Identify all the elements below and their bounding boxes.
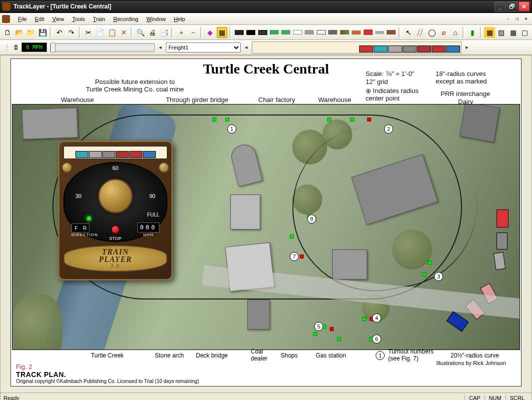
car-line-icon[interactable] (374, 27, 385, 38)
car-black-icon[interactable] (234, 27, 244, 38)
switch-node[interactable] (212, 118, 216, 122)
select-tool[interactable]: ↖ (403, 27, 414, 38)
stop-button[interactable] (111, 225, 120, 234)
print-button[interactable]: 🖨 (147, 27, 158, 38)
label-prr: PRR interchange (441, 90, 490, 98)
view1-button[interactable]: ▦ (484, 27, 495, 38)
car-red-icon[interactable] (363, 27, 373, 38)
delete-button[interactable]: ✕ (118, 27, 129, 38)
menu-file[interactable]: File (14, 15, 31, 23)
switch-node[interactable] (327, 118, 331, 122)
car-mix-icon[interactable] (339, 27, 350, 38)
view2-button[interactable]: ▨ (496, 27, 507, 38)
grid-button[interactable]: ▦ (508, 27, 518, 38)
building-dairy (459, 104, 500, 142)
menu-window[interactable]: Window (142, 15, 170, 23)
menu-train[interactable]: Train (89, 15, 109, 23)
notes-button[interactable]: ▦ (217, 27, 227, 38)
turnout-3: 3 (434, 272, 443, 281)
undo-button[interactable]: ↶ (54, 27, 65, 38)
remove-button[interactable]: − (188, 27, 198, 38)
menu-recording[interactable]: Recording (109, 15, 142, 23)
switch-node[interactable] (290, 234, 294, 238)
menu-help[interactable]: Help (170, 15, 189, 23)
switch-node[interactable] (362, 317, 366, 321)
train-car[interactable] (497, 232, 508, 250)
train-select[interactable]: Freight1 (166, 42, 241, 52)
switch-node[interactable] (225, 118, 229, 122)
throttle-slider[interactable] (50, 43, 155, 52)
cp-car (143, 151, 156, 158)
menu-edit[interactable]: Edit (31, 15, 48, 23)
print-preview-button[interactable]: 🔍 (135, 27, 146, 38)
consist-car (417, 46, 431, 52)
switch-node[interactable] (330, 327, 334, 331)
mdi-restore-button[interactable]: ❐ (513, 16, 521, 22)
train-prev-button[interactable]: ◂ (158, 44, 163, 50)
erase-tool[interactable]: ⌀ (438, 27, 449, 38)
open-button[interactable]: 📂 (13, 27, 24, 38)
train-car[interactable] (494, 252, 506, 270)
brand-name: TRAIN PLAYER (99, 248, 132, 263)
label-chair: Chair factory (258, 96, 295, 104)
car-orange-icon[interactable] (351, 27, 361, 38)
minimize-button[interactable]: _ (495, 2, 506, 12)
control-panel[interactable]: 30 60 90 FULL STOP F R DIRECTION 000 MPH… (58, 140, 173, 280)
viewport[interactable]: Turtle Creek Central Possible future ext… (0, 55, 532, 400)
throttle-knob[interactable] (98, 178, 133, 214)
redo-button[interactable]: ↷ (66, 27, 76, 38)
car-dark-icon[interactable] (257, 27, 268, 38)
track-tool[interactable]: ⧸⧸ (415, 27, 425, 38)
switch-node[interactable] (422, 272, 426, 276)
direction-switch[interactable]: F R (71, 224, 89, 232)
car-green2-icon[interactable] (281, 27, 291, 38)
cp-button-right[interactable] (158, 162, 169, 173)
car-white-icon[interactable] (292, 27, 303, 38)
copy-button[interactable]: 📄 (95, 27, 105, 38)
car-gray-icon[interactable] (304, 27, 315, 38)
car-outline-icon[interactable] (316, 27, 326, 38)
building-tool[interactable]: ⌂ (450, 27, 461, 38)
consist-prev-button[interactable]: ◂ (244, 44, 249, 50)
status-scrl: SCRL (506, 395, 529, 400)
switch-node[interactable] (300, 254, 304, 258)
toolbar-main: 🗋 📂 📁 💾 ↶ ↷ ✂ 📄 📋 ✕ 🔍 🖨 📑 + − ◆ ▦ ↖ ⧸⧸ ◯… (0, 25, 532, 40)
status-ready: Ready (3, 395, 19, 400)
mdi-close-button[interactable]: × (522, 16, 530, 22)
car-green-icon[interactable] (269, 27, 279, 38)
book-button[interactable]: ◆ (205, 27, 215, 38)
switch-node[interactable] (313, 332, 317, 336)
slider-thumb[interactable] (50, 42, 55, 52)
train-car[interactable] (447, 311, 469, 332)
car-brown-icon[interactable] (386, 27, 397, 38)
properties-button[interactable]: 📑 (159, 27, 169, 38)
mph-label: MPH (137, 232, 159, 237)
tree (12, 294, 62, 350)
add-button[interactable]: + (176, 27, 186, 38)
scale-full: FULL (147, 212, 159, 218)
new-button[interactable]: 🗋 (2, 27, 12, 38)
consist-next-button[interactable]: ▸ (465, 44, 470, 50)
switch-node[interactable] (428, 260, 432, 264)
switch-node[interactable] (367, 118, 371, 122)
save-button[interactable]: 💾 (37, 27, 47, 38)
menu-view[interactable]: View (48, 15, 68, 23)
switch-node[interactable] (350, 118, 354, 122)
train-car[interactable] (497, 210, 509, 228)
car-darkgray-icon[interactable] (327, 27, 338, 38)
open-layout-button[interactable]: 📁 (25, 27, 36, 38)
menu-tools[interactable]: Tools (68, 15, 89, 23)
maximize-button[interactable]: 🗗 (507, 2, 518, 12)
view3-button[interactable]: ▢ (520, 27, 530, 38)
mdi-minimize-button[interactable]: - (504, 16, 512, 22)
cut-button[interactable]: ✂ (83, 27, 93, 38)
switch-node[interactable] (337, 337, 341, 341)
cp-button-left[interactable] (61, 162, 72, 173)
brand-version: 2.0 (111, 263, 120, 268)
loco-icon[interactable] (245, 27, 256, 38)
signal-tool[interactable]: ▮ (467, 27, 478, 38)
circle-tool[interactable]: ◯ (427, 27, 437, 38)
paste-button[interactable]: 📋 (106, 27, 117, 38)
close-button[interactable]: × (519, 2, 530, 12)
controller-icon[interactable]: 🎛 (13, 44, 18, 50)
